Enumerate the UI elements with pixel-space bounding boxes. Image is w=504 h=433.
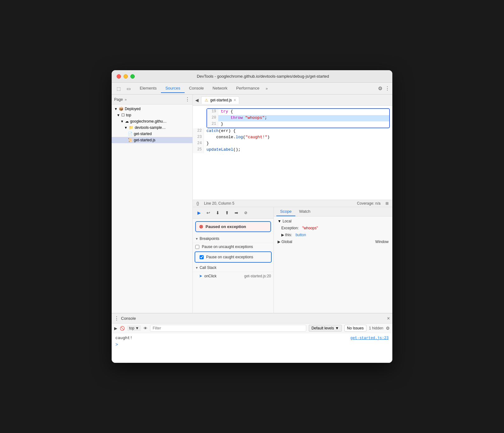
scope-local-section: ▼ Local Exception: "whoops" ▶ this: butt…	[274, 216, 392, 246]
console-toolbar: ▶ 🚫 top ▼ 👁 Default levels ▼ No Issues 1…	[112, 324, 392, 333]
sources-sidebar: Page » ⋮ ▼ 📦 Deployed ▼ ☐ top ▼ ☁	[112, 95, 193, 313]
traffic-lights	[117, 74, 135, 79]
levels-dropdown-icon: ▼	[335, 326, 339, 330]
editor-status-bar: {} Line 20, Column 5 Coverage: n/a ⊞	[193, 200, 392, 207]
scope-global-value: Window	[375, 240, 389, 244]
settings-more-icon[interactable]: ⋮	[385, 85, 390, 91]
tree-item-top[interactable]: ▼ ☐ top	[112, 112, 192, 118]
fullscreen-button[interactable]	[130, 74, 135, 79]
editor-tab-get-started-js[interactable]: ⚠ get-started.js ×	[201, 96, 239, 104]
scope-global-item[interactable]: ▶ Global Window	[274, 238, 392, 245]
code-line-22: 22 catch(err) {	[193, 128, 392, 134]
console-drag-handle[interactable]: ⋮	[114, 315, 119, 321]
line-content: }	[204, 141, 392, 147]
settings-gear-icon[interactable]: ⚙	[378, 85, 382, 91]
triangle-open-icon: ▼	[117, 113, 120, 117]
code-line-23: 23 console.log("caught!")	[193, 134, 392, 141]
scope-this-item[interactable]: ▶ this: button	[274, 231, 392, 238]
tab-performance[interactable]: Performance	[232, 84, 264, 93]
scope-watch-panel: Scope Watch ▼ Local Exception: "whoops"	[274, 207, 392, 313]
console-body: caught! get-started.js:23 >	[112, 333, 392, 363]
console-context-selector[interactable]: top ▼	[127, 325, 141, 331]
code-line-25: 25 updateLabel();	[193, 147, 392, 153]
line-content: console.log("caught!")	[204, 134, 392, 141]
callstack-section-header[interactable]: ▼ Call Stack	[193, 264, 274, 272]
context-dropdown-icon: ▼	[135, 326, 139, 330]
call-arrow-icon: ➤	[199, 274, 202, 278]
triangle-icon: ▼	[195, 266, 198, 270]
breakpoints-section-header[interactable]: ▼ Breakpoints	[193, 235, 274, 243]
step-over-button[interactable]: ↩	[205, 209, 212, 216]
line-number: 20	[207, 115, 218, 121]
code-editor: 19 try { 20 throw "whoops"; 21 }	[193, 106, 392, 200]
callstack-item-onclick[interactable]: ➤ onClick get-started.js:20	[193, 272, 274, 280]
debugger-panel: ▶ ↩ ⬇ ⬆ ➡ ⊘ ⊗ Paused on exception ▼	[193, 207, 274, 313]
line-number: 23	[193, 134, 204, 141]
tab-elements[interactable]: Elements	[135, 84, 161, 93]
console-log-text: caught!	[115, 336, 133, 340]
pause-caught-checkbox[interactable]	[200, 255, 204, 259]
scope-local-header[interactable]: ▼ Local	[274, 218, 392, 225]
callstack-label: Call Stack	[200, 265, 216, 270]
console-prompt[interactable]: >	[115, 342, 389, 347]
code-line-19: 19 try {	[207, 109, 389, 115]
resume-button[interactable]: ▶	[195, 209, 203, 216]
titlebar: DevTools - googlechrome.github.io/devtoo…	[112, 70, 392, 83]
tree-item-icon: ☐	[121, 113, 125, 117]
console-settings-gear-icon[interactable]: ⚙	[386, 326, 390, 331]
no-issues-button[interactable]: No Issues	[344, 325, 366, 332]
triangle-icon: ▼	[278, 219, 281, 223]
line-content: updateLabel();	[204, 147, 392, 153]
tab-sources[interactable]: Sources	[161, 84, 185, 93]
hidden-count-label: 1 hidden	[369, 326, 383, 330]
callstack-fn-name: onClick	[204, 274, 216, 278]
console-block-button[interactable]: 🚫	[120, 326, 125, 331]
coverage-settings-icon[interactable]: ⊞	[385, 201, 389, 206]
pause-uncaught-row: Pause on uncaught exceptions	[193, 243, 274, 251]
console-log-link[interactable]: get-started.js:23	[351, 336, 389, 340]
main-content: Page » ⋮ ▼ 📦 Deployed ▼ ☐ top ▼ ☁	[112, 95, 392, 313]
step-into-button[interactable]: ⬇	[214, 209, 221, 216]
step-out-button[interactable]: ⬆	[223, 209, 231, 216]
console-clear-button[interactable]: ▶	[114, 326, 117, 331]
pause-caught-label: Pause on caught exceptions	[206, 255, 253, 259]
scope-this-value: button	[296, 233, 306, 237]
tab-scope[interactable]: Scope	[276, 207, 295, 216]
close-button[interactable]	[117, 74, 121, 79]
tabs-more-button[interactable]: »	[264, 85, 270, 92]
editor-header: ◀ ⚠ get-started.js ×	[193, 95, 392, 106]
console-close-button[interactable]: ×	[387, 316, 390, 321]
callstack-file-link[interactable]: get-started.js:20	[244, 274, 271, 278]
console-title: Console	[121, 316, 136, 321]
console-eye-button[interactable]: 👁	[143, 326, 148, 331]
tab-network[interactable]: Network	[208, 84, 232, 93]
sidebar-header: Page » ⋮	[112, 95, 192, 105]
device-tool-button[interactable]: ▭	[124, 84, 133, 93]
tab-watch[interactable]: Watch	[295, 207, 314, 216]
sidebar-menu-button[interactable]: ⋮	[185, 96, 190, 102]
code-line-21: 21 }	[207, 121, 389, 128]
tab-console[interactable]: Console	[185, 84, 208, 93]
tree-item-googlechrome[interactable]: ▼ ☁ googlechrome.githu…	[112, 118, 192, 124]
tree-item-get-started-js[interactable]: 📜 get-started.js	[112, 137, 192, 143]
tree-item-devtools-samples[interactable]: ▼ 📁 devtools-sample…	[112, 124, 192, 131]
minimize-button[interactable]	[124, 74, 128, 79]
pause-uncaught-checkbox[interactable]	[195, 245, 199, 249]
tree-label: devtools-sample…	[135, 125, 166, 130]
tree-item-icon: ☁	[125, 119, 129, 124]
sidebar-more-button[interactable]: »	[125, 98, 127, 101]
editor-back-button[interactable]: ◀	[195, 98, 199, 103]
tree-item-get-started[interactable]: 📄 get-started	[112, 131, 192, 137]
editor-tab-close-button[interactable]: ×	[234, 98, 236, 102]
line-number: 19	[207, 109, 218, 115]
deactivate-breakpoints-button[interactable]: ⊘	[242, 209, 250, 216]
exception-highlight-box: 19 try { 20 throw "whoops"; 21 }	[206, 108, 390, 128]
step-button[interactable]: ➡	[233, 209, 240, 216]
tree-item-deployed[interactable]: ▼ 📦 Deployed	[112, 106, 192, 112]
editor-tab-label: get-started.js	[210, 98, 232, 102]
code-formatter-icon[interactable]: {}	[196, 201, 199, 206]
console-levels-dropdown[interactable]: Default levels ▼	[309, 325, 342, 332]
code-line-20: 20 throw "whoops";	[207, 115, 389, 121]
select-tool-button[interactable]: ⬚	[114, 84, 123, 93]
console-filter-input[interactable]	[150, 325, 306, 332]
